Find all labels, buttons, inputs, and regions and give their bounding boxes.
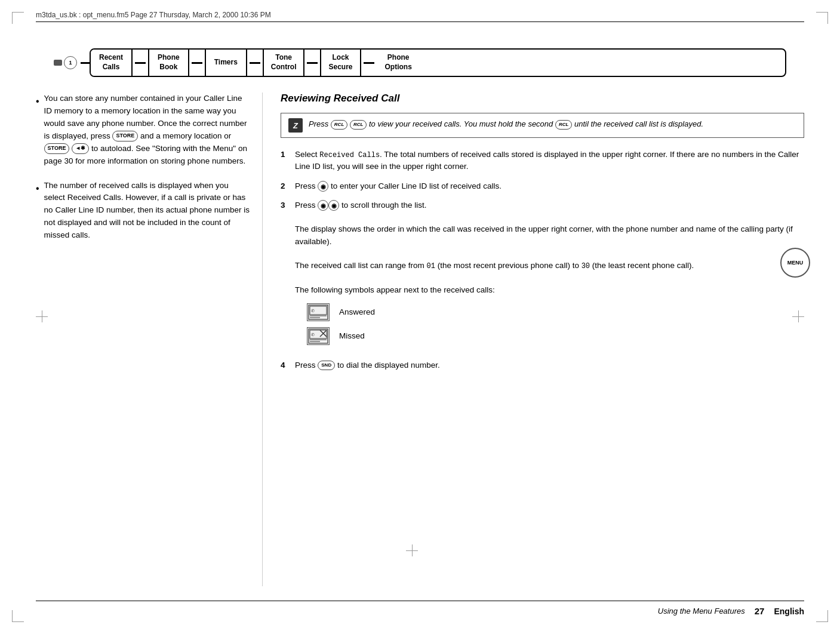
tab-connector-1 bbox=[133, 50, 149, 75]
step3-detail-3: The following symbols appear next to the… bbox=[295, 285, 495, 294]
tab-connector-3 bbox=[247, 50, 264, 75]
corner-mark-br bbox=[816, 610, 828, 622]
bullet-text-2: The number of received calls is displaye… bbox=[44, 180, 250, 242]
scroll-btn-1: ◉ bbox=[318, 200, 328, 211]
answered-label: Answered bbox=[339, 306, 375, 318]
symbol-row-missed: ✆ Missed bbox=[307, 327, 804, 345]
rcl-btn-3: RCL bbox=[555, 120, 572, 130]
left-column: • You can store any number contained in … bbox=[36, 93, 263, 586]
nav-icon-1: 1 bbox=[64, 56, 77, 69]
step-content-2: Press ◉ to enter your Caller Line ID lis… bbox=[295, 180, 804, 192]
tab-phone-options[interactable]: Phone Options bbox=[377, 50, 420, 75]
nav-tabs-container: Recent Calls Phone Book Timers Tone Cont… bbox=[90, 48, 786, 76]
nav-icons: 1 bbox=[54, 56, 77, 69]
menu-button[interactable]: MENU bbox=[780, 248, 810, 278]
svg-text:✆: ✆ bbox=[311, 333, 315, 337]
bullet-dot-2: • bbox=[36, 181, 39, 242]
tab-timers[interactable]: Timers bbox=[206, 50, 247, 75]
step3-detail-1: The display shows the order in which the… bbox=[295, 224, 793, 245]
tip-icon: Z bbox=[288, 118, 303, 133]
fcl-icon bbox=[54, 60, 62, 66]
steps-list: 1 Select Received Calls. The total numbe… bbox=[281, 149, 804, 371]
corner-mark-tr bbox=[816, 12, 828, 24]
scroll-btn-2: ◉ bbox=[328, 200, 339, 211]
missed-label: Missed bbox=[339, 330, 365, 342]
page-footer: Using the Menu Features 27 English bbox=[36, 601, 804, 616]
symbol-row-answered: ✆ Answered bbox=[307, 303, 804, 321]
missed-icon: ✆ bbox=[307, 327, 330, 345]
step-num-2: 2 bbox=[281, 180, 290, 192]
list-item: • You can store any number contained in … bbox=[36, 93, 250, 168]
page-header: m3tda_us.bk : opt_menu.fm5 Page 27 Thurs… bbox=[36, 11, 804, 22]
step-4: 4 Press SND to dial the displayed number… bbox=[281, 359, 804, 371]
code-received-calls: Received Calls bbox=[319, 151, 380, 159]
tab-phone-book[interactable]: Phone Book bbox=[149, 50, 189, 75]
step-content-3: Press ◉◉ to scroll through the list. The… bbox=[295, 199, 804, 352]
tip-text: Press RCL RCL to view your received call… bbox=[309, 118, 703, 130]
tab-connector-2 bbox=[189, 50, 206, 75]
tab-lock-secure[interactable]: Lock Secure bbox=[321, 50, 361, 75]
code-01: 01 bbox=[427, 262, 435, 270]
list-item: • The number of received calls is displa… bbox=[36, 180, 250, 242]
step-content-1: Select Received Calls. The total numbers… bbox=[295, 149, 804, 173]
step-3: 3 Press ◉◉ to scroll through the list. T… bbox=[281, 199, 804, 352]
step3-main: Press ◉◉ to scroll through the list. bbox=[295, 201, 427, 210]
step-num-3: 3 bbox=[281, 199, 290, 352]
tab-recent-calls[interactable]: Recent Calls bbox=[91, 50, 133, 75]
step-1: 1 Select Received Calls. The total numbe… bbox=[281, 149, 804, 173]
store-btn-1: STORE bbox=[112, 131, 138, 141]
step-content-4: Press SND to dial the displayed number. bbox=[295, 359, 804, 371]
footer-language: English bbox=[774, 607, 804, 616]
tip-box: Z Press RCL RCL to view your received ca… bbox=[281, 113, 804, 138]
footer-italic-text: Using the Menu Features bbox=[658, 607, 745, 615]
q-btn: ◉ bbox=[318, 181, 328, 192]
tab-connector-4 bbox=[304, 50, 321, 75]
step-2: 2 Press ◉ to enter your Caller Line ID l… bbox=[281, 180, 804, 192]
bullet-text-1: You can store any number contained in yo… bbox=[44, 93, 250, 168]
symbol-table: ✆ Answered bbox=[307, 303, 804, 345]
menu-button-label: MENU bbox=[787, 260, 804, 266]
bullet-list: • You can store any number contained in … bbox=[36, 93, 250, 242]
tab-connector-5 bbox=[361, 50, 377, 75]
nav-connector-start bbox=[81, 62, 90, 64]
section-title: Reviewing Received Call bbox=[281, 93, 804, 104]
tab-tone-control[interactable]: Tone Control bbox=[264, 50, 305, 75]
rcl-btn-1: RCL bbox=[331, 120, 347, 130]
step-num-1: 1 bbox=[281, 149, 290, 173]
right-column: Reviewing Received Call Z Press RCL RCL … bbox=[281, 93, 804, 586]
step3-detail-2: The received call list can range from 01… bbox=[295, 261, 694, 270]
main-content: • You can store any number contained in … bbox=[36, 93, 804, 586]
corner-mark-tl bbox=[12, 12, 24, 24]
corner-mark-bl bbox=[12, 610, 24, 622]
svg-text:✆: ✆ bbox=[311, 309, 315, 313]
menu-button-container: MENU bbox=[780, 248, 810, 278]
rcl-btn-2: RCL bbox=[350, 120, 367, 130]
footer-page-num: 27 bbox=[755, 606, 765, 616]
bullet-dot-1: • bbox=[36, 94, 39, 168]
code-30: 30 bbox=[581, 262, 590, 270]
store-btn-2: STORE bbox=[44, 143, 70, 154]
step-num-4: 4 bbox=[281, 359, 290, 371]
snd-btn: SND bbox=[318, 361, 335, 370]
answered-icon: ✆ bbox=[307, 303, 330, 321]
arrow-btn: ◄✱ bbox=[72, 143, 89, 154]
